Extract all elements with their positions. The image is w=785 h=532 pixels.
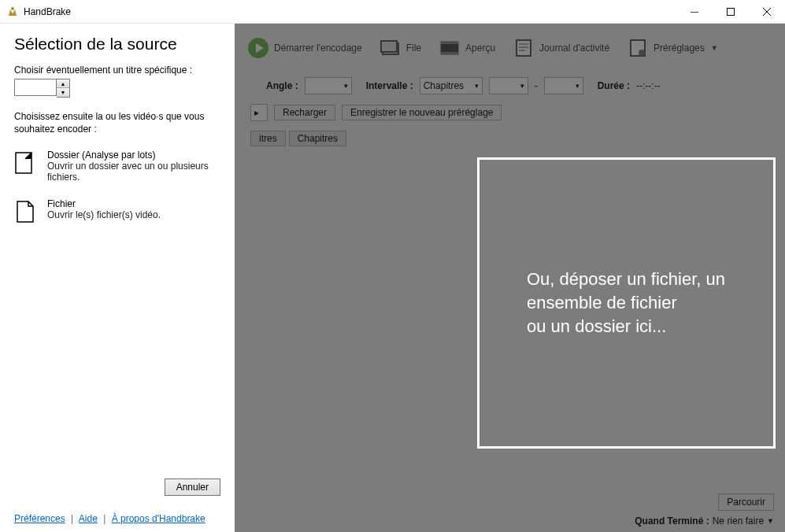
app-icon [6,6,19,18]
start-encode-button[interactable]: Démarrer l'encodage [241,34,368,62]
close-button[interactable] [749,0,785,24]
drop-zone-message: Ou, déposer un fichier, un ensemble de f… [527,268,726,338]
title-row: Angle : ▾ Intervalle : Chapitres▾ ▾ - ▾ … [235,72,785,99]
help-link[interactable]: Aide [79,513,98,524]
source-selection-panel: Sélection de la source Choisir éventuell… [0,24,235,532]
activity-log-button[interactable]: Journal d'activité [506,34,616,62]
title-number-input[interactable] [14,79,57,96]
title-number-spinner[interactable]: ▲ ▼ [14,79,220,98]
svg-rect-1 [728,8,735,15]
svg-rect-13 [517,40,531,56]
maximize-button[interactable] [713,0,749,24]
file-icon [14,200,36,224]
presets-button[interactable]: Préréglages ▼ [620,34,724,62]
preview-button[interactable]: Aperçu [432,34,502,62]
close-icon [763,8,771,16]
title-number-label: Choisir éventuellement un titre spécifiq… [14,65,220,76]
titlebar: HandBrake — [0,0,785,24]
footer: Parcourir Quand Terminé : Ne rien faire … [235,488,785,532]
spinner-up-button[interactable]: ▲ [57,79,69,88]
queue-icon [380,37,402,59]
preset-row: ▸ Recharger Enregistrer le nouveau préré… [235,99,785,126]
drop-zone[interactable]: Ou, déposer un fichier, un ensemble de f… [477,157,776,449]
svg-rect-11 [441,42,458,44]
angle-label: Angle : [266,80,298,91]
duration-label: Durée : [598,80,630,91]
chevron-down-icon: ▼ [711,44,718,52]
open-file-option[interactable]: Fichier Ouvrir le(s) fichier(s) vidéo. [14,198,220,224]
toolbar: Démarrer l'encodage File Aperçu Journal … [235,24,785,72]
minimize-button[interactable]: — [676,0,713,24]
open-folder-title: Dossier (Analyse par lots) [47,150,220,161]
angle-select[interactable]: ▾ [305,77,352,94]
when-done-value[interactable]: Ne rien faire [713,515,764,526]
tab-subtitles[interactable]: itres [250,131,286,146]
presets-icon [627,37,649,59]
range-separator: - [535,80,538,91]
footer-links: Préférences | Aide | À propos d'Handbrak… [14,496,220,524]
svg-point-0 [11,7,14,10]
range-label: Intervalle : [366,80,413,91]
svg-rect-12 [441,52,458,54]
reload-button[interactable]: Recharger [274,105,335,120]
save-new-preset-button[interactable]: Enregistrer le nouveau préréglage [342,105,502,120]
main-area: Démarrer l'encodage File Aperçu Journal … [235,24,785,532]
range-mode-select[interactable]: Chapitres▾ [420,77,483,94]
tab-chapters[interactable]: Chapitres [289,131,346,146]
preset-play-button[interactable]: ▸ [250,104,268,121]
cancel-button[interactable]: Annuler [165,478,220,496]
tabs-row: itres Chapitres [235,126,785,151]
when-done-label: Quand Terminé : [635,515,709,526]
open-folder-sub: Ouvrir un dossier avec un ou plusieurs f… [47,161,220,183]
duration-value: --:--:-- [636,80,661,91]
open-file-sub: Ouvrir le(s) fichier(s) vidéo. [47,209,161,220]
panel-heading: Sélection de la source [14,35,220,54]
range-end-select[interactable]: ▾ [544,77,583,94]
play-icon [247,37,269,59]
instruction-text: Choisissez ensuite la ou les vidéo·s que… [14,110,220,135]
open-folder-option[interactable]: Dossier (Analyse par lots) Ouvrir un dos… [14,150,220,183]
spinner-down-button[interactable]: ▼ [57,88,69,97]
queue-button[interactable]: File [373,34,428,62]
activity-icon [513,37,535,59]
browse-button[interactable]: Parcourir [718,493,774,511]
folder-icon [14,151,36,175]
open-file-title: Fichier [47,198,161,209]
range-start-select[interactable]: ▾ [489,77,528,94]
maximize-icon [727,8,735,16]
about-link[interactable]: À propos d'Handbrake [112,513,206,524]
svg-rect-9 [381,41,397,52]
preferences-link[interactable]: Préférences [14,513,65,524]
chevron-down-icon: ▼ [767,517,774,525]
preview-icon [439,37,461,59]
svg-point-18 [639,50,645,56]
window-title: HandBrake [24,6,71,17]
